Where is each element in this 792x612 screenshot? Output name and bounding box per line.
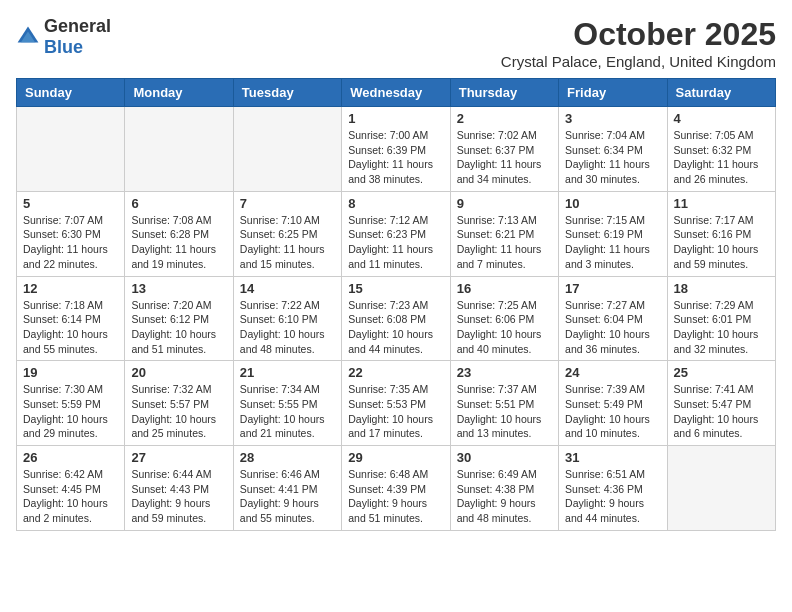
- day-info: Sunrise: 7:07 AM Sunset: 6:30 PM Dayligh…: [23, 213, 118, 272]
- day-info: Sunrise: 7:18 AM Sunset: 6:14 PM Dayligh…: [23, 298, 118, 357]
- calendar-cell: 14Sunrise: 7:22 AM Sunset: 6:10 PM Dayli…: [233, 276, 341, 361]
- day-number: 21: [240, 365, 335, 380]
- day-number: 15: [348, 281, 443, 296]
- calendar-cell: 21Sunrise: 7:34 AM Sunset: 5:55 PM Dayli…: [233, 361, 341, 446]
- calendar-cell: 6Sunrise: 7:08 AM Sunset: 6:28 PM Daylig…: [125, 191, 233, 276]
- day-info: Sunrise: 7:20 AM Sunset: 6:12 PM Dayligh…: [131, 298, 226, 357]
- day-info: Sunrise: 7:08 AM Sunset: 6:28 PM Dayligh…: [131, 213, 226, 272]
- calendar-cell: 17Sunrise: 7:27 AM Sunset: 6:04 PM Dayli…: [559, 276, 667, 361]
- calendar-cell: 19Sunrise: 7:30 AM Sunset: 5:59 PM Dayli…: [17, 361, 125, 446]
- calendar-week-row: 1Sunrise: 7:00 AM Sunset: 6:39 PM Daylig…: [17, 107, 776, 192]
- calendar-cell: 18Sunrise: 7:29 AM Sunset: 6:01 PM Dayli…: [667, 276, 775, 361]
- day-info: Sunrise: 6:44 AM Sunset: 4:43 PM Dayligh…: [131, 467, 226, 526]
- calendar-cell: 5Sunrise: 7:07 AM Sunset: 6:30 PM Daylig…: [17, 191, 125, 276]
- weekday-header: Tuesday: [233, 79, 341, 107]
- calendar-cell: 4Sunrise: 7:05 AM Sunset: 6:32 PM Daylig…: [667, 107, 775, 192]
- day-info: Sunrise: 7:00 AM Sunset: 6:39 PM Dayligh…: [348, 128, 443, 187]
- day-number: 27: [131, 450, 226, 465]
- day-info: Sunrise: 7:32 AM Sunset: 5:57 PM Dayligh…: [131, 382, 226, 441]
- day-number: 7: [240, 196, 335, 211]
- calendar-cell: 7Sunrise: 7:10 AM Sunset: 6:25 PM Daylig…: [233, 191, 341, 276]
- calendar-cell: 1Sunrise: 7:00 AM Sunset: 6:39 PM Daylig…: [342, 107, 450, 192]
- title-area: October 2025 Crystal Palace, England, Un…: [501, 16, 776, 70]
- day-number: 5: [23, 196, 118, 211]
- weekday-header: Wednesday: [342, 79, 450, 107]
- weekday-header: Thursday: [450, 79, 558, 107]
- day-info: Sunrise: 6:42 AM Sunset: 4:45 PM Dayligh…: [23, 467, 118, 526]
- day-info: Sunrise: 7:34 AM Sunset: 5:55 PM Dayligh…: [240, 382, 335, 441]
- day-info: Sunrise: 7:10 AM Sunset: 6:25 PM Dayligh…: [240, 213, 335, 272]
- calendar-cell: 12Sunrise: 7:18 AM Sunset: 6:14 PM Dayli…: [17, 276, 125, 361]
- day-info: Sunrise: 7:22 AM Sunset: 6:10 PM Dayligh…: [240, 298, 335, 357]
- day-number: 17: [565, 281, 660, 296]
- calendar-cell: 22Sunrise: 7:35 AM Sunset: 5:53 PM Dayli…: [342, 361, 450, 446]
- calendar-cell: 23Sunrise: 7:37 AM Sunset: 5:51 PM Dayli…: [450, 361, 558, 446]
- calendar-cell: 30Sunrise: 6:49 AM Sunset: 4:38 PM Dayli…: [450, 446, 558, 531]
- day-info: Sunrise: 7:04 AM Sunset: 6:34 PM Dayligh…: [565, 128, 660, 187]
- day-number: 9: [457, 196, 552, 211]
- calendar-cell: 29Sunrise: 6:48 AM Sunset: 4:39 PM Dayli…: [342, 446, 450, 531]
- day-info: Sunrise: 7:02 AM Sunset: 6:37 PM Dayligh…: [457, 128, 552, 187]
- day-number: 4: [674, 111, 769, 126]
- day-info: Sunrise: 6:46 AM Sunset: 4:41 PM Dayligh…: [240, 467, 335, 526]
- day-info: Sunrise: 7:25 AM Sunset: 6:06 PM Dayligh…: [457, 298, 552, 357]
- day-number: 8: [348, 196, 443, 211]
- calendar-cell: 9Sunrise: 7:13 AM Sunset: 6:21 PM Daylig…: [450, 191, 558, 276]
- calendar-cell: [233, 107, 341, 192]
- calendar-week-row: 19Sunrise: 7:30 AM Sunset: 5:59 PM Dayli…: [17, 361, 776, 446]
- weekday-header: Sunday: [17, 79, 125, 107]
- day-number: 26: [23, 450, 118, 465]
- calendar-cell: 25Sunrise: 7:41 AM Sunset: 5:47 PM Dayli…: [667, 361, 775, 446]
- day-number: 16: [457, 281, 552, 296]
- day-info: Sunrise: 7:41 AM Sunset: 5:47 PM Dayligh…: [674, 382, 769, 441]
- calendar-cell: 26Sunrise: 6:42 AM Sunset: 4:45 PM Dayli…: [17, 446, 125, 531]
- calendar-week-row: 26Sunrise: 6:42 AM Sunset: 4:45 PM Dayli…: [17, 446, 776, 531]
- month-title: October 2025: [501, 16, 776, 53]
- day-info: Sunrise: 7:37 AM Sunset: 5:51 PM Dayligh…: [457, 382, 552, 441]
- day-number: 30: [457, 450, 552, 465]
- calendar-cell: 13Sunrise: 7:20 AM Sunset: 6:12 PM Dayli…: [125, 276, 233, 361]
- calendar-cell: 3Sunrise: 7:04 AM Sunset: 6:34 PM Daylig…: [559, 107, 667, 192]
- weekday-header: Friday: [559, 79, 667, 107]
- location-title: Crystal Palace, England, United Kingdom: [501, 53, 776, 70]
- calendar: SundayMondayTuesdayWednesdayThursdayFrid…: [16, 78, 776, 531]
- day-number: 28: [240, 450, 335, 465]
- calendar-cell: 24Sunrise: 7:39 AM Sunset: 5:49 PM Dayli…: [559, 361, 667, 446]
- day-number: 24: [565, 365, 660, 380]
- weekday-header: Monday: [125, 79, 233, 107]
- logo-blue: Blue: [44, 37, 83, 57]
- calendar-cell: 27Sunrise: 6:44 AM Sunset: 4:43 PM Dayli…: [125, 446, 233, 531]
- calendar-cell: 28Sunrise: 6:46 AM Sunset: 4:41 PM Dayli…: [233, 446, 341, 531]
- day-number: 23: [457, 365, 552, 380]
- day-number: 11: [674, 196, 769, 211]
- day-info: Sunrise: 7:12 AM Sunset: 6:23 PM Dayligh…: [348, 213, 443, 272]
- weekday-header-row: SundayMondayTuesdayWednesdayThursdayFrid…: [17, 79, 776, 107]
- day-number: 29: [348, 450, 443, 465]
- day-info: Sunrise: 7:15 AM Sunset: 6:19 PM Dayligh…: [565, 213, 660, 272]
- calendar-cell: 10Sunrise: 7:15 AM Sunset: 6:19 PM Dayli…: [559, 191, 667, 276]
- logo-icon: [16, 25, 40, 49]
- day-number: 25: [674, 365, 769, 380]
- calendar-cell: 31Sunrise: 6:51 AM Sunset: 4:36 PM Dayli…: [559, 446, 667, 531]
- day-number: 10: [565, 196, 660, 211]
- day-info: Sunrise: 7:17 AM Sunset: 6:16 PM Dayligh…: [674, 213, 769, 272]
- logo-general: General: [44, 16, 111, 36]
- day-info: Sunrise: 7:30 AM Sunset: 5:59 PM Dayligh…: [23, 382, 118, 441]
- calendar-cell: 11Sunrise: 7:17 AM Sunset: 6:16 PM Dayli…: [667, 191, 775, 276]
- page-header: General Blue October 2025 Crystal Palace…: [16, 16, 776, 70]
- day-number: 19: [23, 365, 118, 380]
- calendar-week-row: 5Sunrise: 7:07 AM Sunset: 6:30 PM Daylig…: [17, 191, 776, 276]
- day-number: 13: [131, 281, 226, 296]
- calendar-week-row: 12Sunrise: 7:18 AM Sunset: 6:14 PM Dayli…: [17, 276, 776, 361]
- day-info: Sunrise: 7:29 AM Sunset: 6:01 PM Dayligh…: [674, 298, 769, 357]
- day-number: 12: [23, 281, 118, 296]
- calendar-cell: 20Sunrise: 7:32 AM Sunset: 5:57 PM Dayli…: [125, 361, 233, 446]
- weekday-header: Saturday: [667, 79, 775, 107]
- day-number: 31: [565, 450, 660, 465]
- day-info: Sunrise: 6:48 AM Sunset: 4:39 PM Dayligh…: [348, 467, 443, 526]
- day-info: Sunrise: 7:27 AM Sunset: 6:04 PM Dayligh…: [565, 298, 660, 357]
- calendar-cell: 8Sunrise: 7:12 AM Sunset: 6:23 PM Daylig…: [342, 191, 450, 276]
- calendar-cell: 16Sunrise: 7:25 AM Sunset: 6:06 PM Dayli…: [450, 276, 558, 361]
- calendar-cell: [667, 446, 775, 531]
- day-number: 22: [348, 365, 443, 380]
